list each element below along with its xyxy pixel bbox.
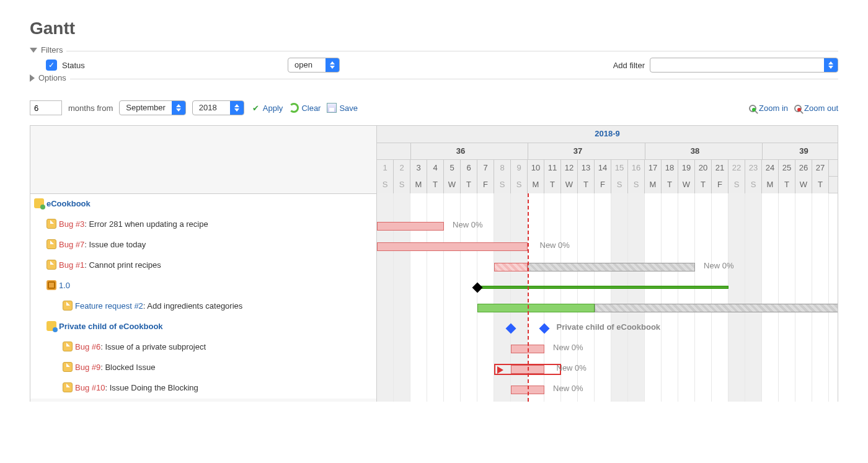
gantt-today-line xyxy=(528,193,529,402)
issue-link[interactable]: Bug #7 xyxy=(59,240,84,249)
gantt-bar-row: Private child of eCookbook xyxy=(377,318,838,338)
version-link[interactable]: 1.0 xyxy=(59,281,70,290)
zoom-in-label: Zoom in xyxy=(759,104,788,113)
gantt-dayletter-cell: W xyxy=(444,177,461,193)
save-link[interactable]: Save xyxy=(327,103,358,113)
gantt-dayletter-cell: T xyxy=(662,177,678,193)
gantt-bar-label: New 0% xyxy=(557,363,587,373)
issue-link[interactable]: Bug #3 xyxy=(59,219,84,229)
gantt-bar-row xyxy=(377,195,838,216)
issue-link[interactable]: Bug #9 xyxy=(75,363,100,372)
gantt-dayletter-cell: T xyxy=(427,177,444,193)
gantt-daynum-cell: 7 xyxy=(477,160,494,177)
page-title: Gantt xyxy=(30,19,838,38)
options-fieldset: Options xyxy=(30,79,838,87)
gantt-subject-row[interactable]: Bug #10: Issue Doing the Blocking xyxy=(30,378,376,399)
gantt-subject-row[interactable]: 1.0 xyxy=(30,276,376,296)
gantt-dayletter-cell: T xyxy=(461,177,477,193)
gantt-daynum-cell: 16 xyxy=(628,160,645,177)
gantt-daynum-cell: 22 xyxy=(728,160,745,177)
months-from-label: months from xyxy=(68,104,113,113)
gantt-chart: eCookbookBug #3: Error 281 when updating… xyxy=(30,125,838,402)
gantt-subject-row[interactable]: Feature request #2: Add ingredients cate… xyxy=(30,296,376,317)
filters-fieldset: Filters ✓ Status open Add filter xyxy=(30,51,838,77)
gantt-bar-row: New 0% xyxy=(377,338,838,359)
gantt-daynum-cell: 11 xyxy=(544,160,561,177)
gantt-daynum-cell: 20 xyxy=(695,160,712,177)
gantt-dayletter-cell: T xyxy=(578,177,595,193)
filters-legend-label: Filters xyxy=(41,45,63,55)
issue-link[interactable]: Bug #6 xyxy=(75,342,100,351)
zoom-out-link[interactable]: Zoom out xyxy=(794,104,838,113)
select-arrows-icon xyxy=(824,58,838,72)
options-legend-label: Options xyxy=(38,73,66,82)
gantt-subject-row[interactable]: eCookbook xyxy=(30,194,376,214)
zoom-in-link[interactable]: Zoom in xyxy=(749,104,788,113)
project-icon xyxy=(34,198,44,208)
status-operator-select[interactable]: open xyxy=(288,58,340,73)
gantt-task-bar[interactable] xyxy=(377,222,444,231)
issue-icon xyxy=(46,260,56,270)
gantt-task-bar[interactable] xyxy=(595,304,838,312)
gantt-dayletter-cell: W xyxy=(795,177,812,193)
issue-link[interactable]: Bug #10 xyxy=(75,383,105,392)
month-select[interactable]: September xyxy=(119,100,186,115)
gantt-daynum-cell: 23 xyxy=(745,160,762,177)
gantt-subject-row[interactable]: Bug #9: Blocked Issue xyxy=(30,358,376,378)
gantt-milestone-diamond[interactable] xyxy=(539,324,550,334)
gantt-dayletter-cell: T xyxy=(812,177,829,193)
options-toggle[interactable]: Options xyxy=(30,73,70,82)
gantt-dayletter-cell: S xyxy=(728,177,745,193)
status-checkbox[interactable]: ✓ xyxy=(46,60,57,71)
gantt-bar-row: New 0% xyxy=(377,236,838,257)
gantt-subject-row[interactable]: Bug #6: Issue of a private subproject xyxy=(30,337,376,358)
gantt-bar-label: New 0% xyxy=(453,220,482,229)
gantt-dayletter-cell: T xyxy=(779,177,795,193)
gantt-dayletter-cell: T xyxy=(544,177,561,193)
status-label: Status xyxy=(62,61,85,70)
gantt-task-bar[interactable] xyxy=(377,242,528,251)
gantt-daynum-header: 1234567891011121314151617181920212223242… xyxy=(377,160,838,177)
gantt-dayletter-cell: F xyxy=(595,177,611,193)
filters-toggle[interactable]: Filters xyxy=(30,45,66,55)
select-arrows-icon xyxy=(172,101,185,115)
add-filter-select[interactable] xyxy=(650,58,838,73)
gantt-subject-row[interactable]: Bug #7: Issue due today xyxy=(30,235,376,255)
gantt-milestone-diamond[interactable] xyxy=(472,283,483,293)
gantt-bar-label: New 0% xyxy=(553,384,583,393)
gantt-daynum-cell: 19 xyxy=(678,160,695,177)
gantt-subject-row[interactable]: Private child of eCookbook xyxy=(30,317,376,337)
apply-link[interactable]: ✔Apply xyxy=(250,104,283,113)
months-input[interactable] xyxy=(30,100,62,115)
clear-label: Clear xyxy=(301,104,321,113)
select-arrows-icon xyxy=(326,58,339,72)
issue-title: : Issue Doing the Blocking xyxy=(105,383,198,392)
gantt-daynum-cell: 24 xyxy=(762,160,779,177)
issue-icon xyxy=(63,301,73,311)
issue-title: : Issue of a private subproject xyxy=(100,342,206,351)
gantt-dayletter-cell: M xyxy=(645,177,662,193)
gantt-dayletter-cell: M xyxy=(762,177,779,193)
gantt-timeline[interactable]: 2018-9 36373839 123456789101112131415161… xyxy=(377,126,838,402)
gantt-dayletter-cell: S xyxy=(394,177,410,193)
gantt-daynum-cell: 8 xyxy=(494,160,511,177)
month-select-value: September xyxy=(120,101,172,115)
gantt-milestone-diamond[interactable] xyxy=(506,324,516,334)
gantt-daynum-cell: 17 xyxy=(645,160,662,177)
gantt-task-bar[interactable] xyxy=(528,263,695,271)
issue-link[interactable]: Bug #1 xyxy=(59,260,84,270)
gantt-task-bar[interactable] xyxy=(494,263,528,271)
gantt-subject-row[interactable]: Bug #1: Cannot print recipes xyxy=(30,255,376,276)
gantt-dayletter-header: SSMTWTFSSMTWTFSSMTWTFSSMTWT xyxy=(377,177,838,193)
gantt-subject-row[interactable]: Bug #3: Error 281 when updating a recipe xyxy=(30,214,376,235)
project-link[interactable]: eCookbook xyxy=(46,199,91,208)
project-link[interactable]: Private child of eCookbook xyxy=(59,322,163,331)
gantt-daynum-cell: 14 xyxy=(595,160,611,177)
gantt-relation-arrow-icon xyxy=(497,366,503,374)
year-select[interactable]: 2018 xyxy=(192,100,244,115)
chevron-right-icon xyxy=(30,74,35,82)
issue-link[interactable]: Feature request #2 xyxy=(75,301,143,311)
clear-link[interactable]: Clear xyxy=(289,103,321,113)
gantt-task-bar[interactable] xyxy=(477,304,595,312)
issue-icon xyxy=(63,342,73,351)
